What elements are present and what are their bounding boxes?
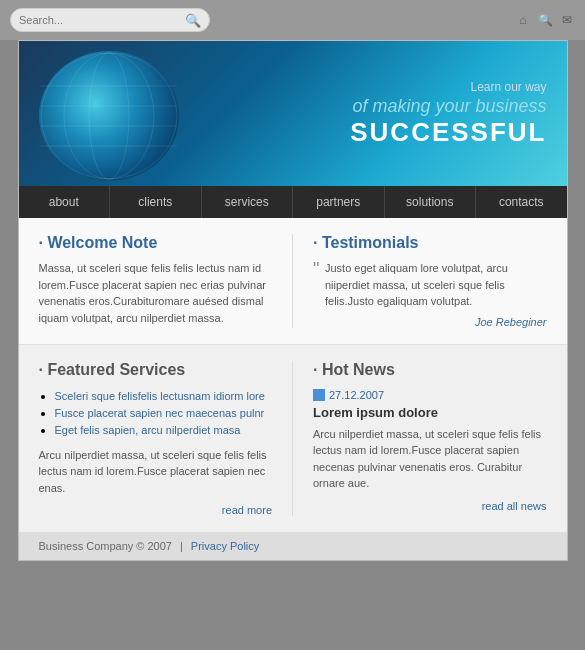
hero-successful: SUCCESSFUL <box>350 117 546 148</box>
nav-contacts[interactable]: contacts <box>476 186 567 218</box>
nav-services[interactable]: services <box>202 186 294 218</box>
search-icon-top[interactable]: 🔍 <box>537 12 553 28</box>
testimonials-title: Testimonials <box>313 234 547 252</box>
nav-about[interactable]: about <box>19 186 111 218</box>
testimonial-author: Joe Rebeginer <box>313 316 547 328</box>
read-all-link[interactable]: read all news <box>313 500 547 512</box>
svg-point-2 <box>89 53 129 179</box>
bottom-divider <box>292 361 293 517</box>
featured-link-2[interactable]: Fusce placerat sapien nec maecenas pulnr <box>55 407 265 419</box>
read-more-link[interactable]: read more <box>39 504 273 516</box>
list-item: Fusce placerat sapien nec maecenas pulnr <box>55 406 273 420</box>
nav-solutions[interactable]: solutions <box>385 186 477 218</box>
home-icon[interactable]: ⌂ <box>515 12 531 28</box>
hero-making: of making your business <box>350 96 546 117</box>
section-divider <box>292 234 293 328</box>
footer-copyright: Business Company © 2007 <box>39 540 172 552</box>
nav-bar: about clients services partners solution… <box>19 186 567 218</box>
hotnews-section: Hot News 27.12.2007 Lorem ipsum dolore A… <box>313 361 547 517</box>
main-container: Learn our way of making your business SU… <box>18 40 568 561</box>
featured-title: Featured Services <box>39 361 273 379</box>
list-item: Eget felis sapien, arcu nilperdiet masa <box>55 423 273 437</box>
globe-grid <box>39 51 179 181</box>
svg-point-1 <box>64 53 154 179</box>
top-sections: Welcome Note Massa, ut sceleri sque feli… <box>19 218 567 345</box>
privacy-policy-link[interactable]: Privacy Policy <box>191 540 259 552</box>
hero-learn: Learn our way <box>350 80 546 94</box>
search-input[interactable] <box>19 14 185 26</box>
news-date-text: 27.12.2007 <box>329 389 384 401</box>
news-date: 27.12.2007 <box>313 389 547 401</box>
mail-icon[interactable]: ✉ <box>559 12 575 28</box>
welcome-title: Welcome Note <box>39 234 273 252</box>
list-item: Sceleri sque felisfelis lectusnam idiorm… <box>55 389 273 403</box>
search-icon: 🔍 <box>185 13 201 28</box>
featured-section: Featured Services Sceleri sque felisfeli… <box>39 361 273 517</box>
nav-partners[interactable]: partners <box>293 186 385 218</box>
news-headline: Lorem ipsum dolore <box>313 405 547 420</box>
search-box[interactable]: 🔍 <box>10 8 210 32</box>
nav-clients[interactable]: clients <box>110 186 202 218</box>
testimonials-section: Testimonials Justo eget aliquam lore vol… <box>313 234 547 328</box>
featured-links-list: Sceleri sque felisfelis lectusnam idiorm… <box>39 389 273 437</box>
testimonial-quote: Justo eget aliquam lore volutpat, arcu n… <box>313 260 547 310</box>
top-bar: 🔍 ⌂ 🔍 ✉ <box>0 0 585 40</box>
hero-text: Learn our way of making your business SU… <box>350 80 546 148</box>
footer-separator: | <box>180 540 183 552</box>
news-text: Arcu nilperdiet massa, ut sceleri sque f… <box>313 426 547 492</box>
top-icons: ⌂ 🔍 ✉ <box>515 12 575 28</box>
globe-visual <box>19 41 249 186</box>
footer: Business Company © 2007 | Privacy Policy <box>19 532 567 560</box>
welcome-section: Welcome Note Massa, ut sceleri sque feli… <box>39 234 273 328</box>
featured-text: Arcu nilperdiet massa, ut sceleri sque f… <box>39 447 273 497</box>
content-area: Welcome Note Massa, ut sceleri sque feli… <box>19 218 567 532</box>
hero-banner: Learn our way of making your business SU… <box>19 41 567 186</box>
svg-point-0 <box>41 53 177 179</box>
welcome-text: Massa, ut sceleri sque felis felis lectu… <box>39 260 273 326</box>
hotnews-title: Hot News <box>313 361 547 379</box>
featured-link-3[interactable]: Eget felis sapien, arcu nilperdiet masa <box>55 424 241 436</box>
calendar-icon <box>313 389 325 401</box>
featured-link-1[interactable]: Sceleri sque felisfelis lectusnam idiorm… <box>55 390 265 402</box>
bottom-sections: Featured Services Sceleri sque felisfeli… <box>19 345 567 533</box>
